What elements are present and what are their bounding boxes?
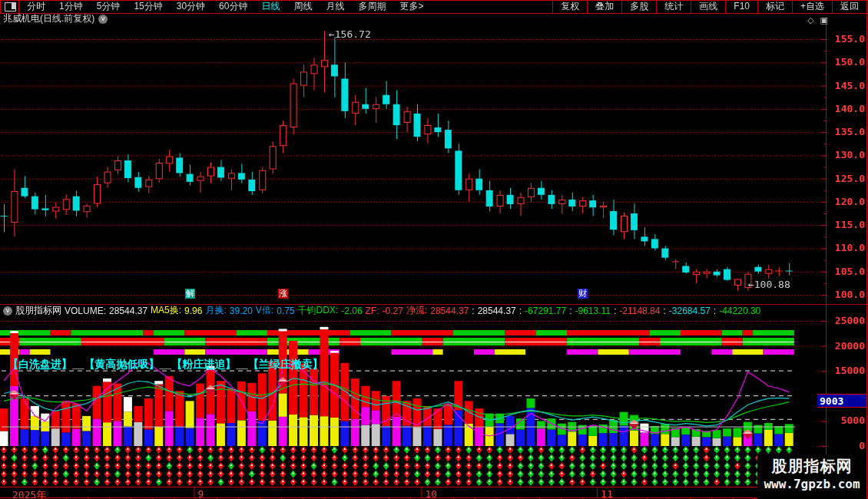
indicator-value-10: -9613.11 (575, 306, 610, 316)
price-axis-label: 135.0 (828, 127, 865, 137)
indicator-value-9: -67291.77 (525, 306, 566, 316)
signal-label-3: 【兰绿庄撤卖】 (248, 358, 323, 370)
action-toolbar: 复权叠加多股统计画线F10标记+自选返回 (552, 0, 866, 13)
indicator-value-row: v 股朋指标网VOLUME:28544.37MA5换:9.96月换:39.20V… (2, 305, 764, 316)
signal-labels: 【白洗盘进】__【黄高抛低吸】__【粉庄进追】__【兰绿庄撤卖】 (8, 358, 323, 372)
window-split-icon[interactable] (5, 2, 16, 12)
tab-period-5分钟[interactable]: 5分钟 (90, 0, 128, 13)
indicator-label-3: 月换: (205, 304, 226, 317)
price-axis-label: 140.0 (828, 104, 865, 114)
signal-label-separator: __ (236, 358, 248, 370)
signal-label-1: 【黄高抛低吸】 (84, 358, 160, 370)
toolbar-button-叠加[interactable]: 叠加 (587, 0, 621, 13)
indicator-value-5: -2.06 (341, 306, 362, 316)
current-volume-value-badge: 9003 (817, 394, 866, 408)
watermark-url: www.7gpzb.com (757, 477, 866, 491)
event-marker-涨[interactable]: 涨 (278, 289, 288, 299)
toolbar-button-复权[interactable]: 复权 (552, 0, 587, 13)
low-price-annotation: ←100.88 (748, 279, 790, 290)
diamond-icon[interactable]: ◇ (807, 15, 813, 25)
volume-axis-label: 5000 (828, 415, 865, 426)
stock-app-window: 分时1分钟5分钟15分钟30分钟60分钟日线周线月线多周期更多> 复权叠加多股统… (0, 0, 868, 499)
signal-label-2: 【粉庄进追】 (171, 358, 236, 370)
indicator-label-4: V倍: (256, 304, 273, 317)
signal-label-separator: __ (160, 358, 172, 370)
volume-axis-label: 0 (828, 441, 865, 451)
date-axis-label: 9 (198, 488, 204, 499)
watermark-site-name: 股朋指标网 (757, 456, 866, 477)
tab-period-日线[interactable]: 日线 (254, 0, 287, 13)
price-axis-label: 150.0 (828, 57, 865, 68)
chart-canvas[interactable] (0, 0, 868, 499)
tab-period-15分钟[interactable]: 15分钟 (127, 0, 169, 13)
toolbar-button-F10[interactable]: F10 (725, 0, 757, 13)
price-axis-label: 115.0 (828, 220, 865, 230)
price-axis-label: 155.0 (828, 34, 865, 45)
toolbar-button-画线[interactable]: 画线 (691, 0, 725, 13)
toolbar-button-返回[interactable]: 返回 (832, 0, 866, 13)
indicator-label-2: MA5换: (151, 304, 181, 317)
window-icon[interactable]: ▣ (820, 15, 828, 25)
indicator-value-7: 28544.37 (430, 306, 469, 316)
tab-period-30分钟[interactable]: 30分钟 (170, 0, 212, 13)
period-toolbar: 分时1分钟5分钟15分钟30分钟60分钟日线周线月线多周期更多> (0, 0, 430, 13)
indicator-label-5: 千钧DDX: (298, 304, 339, 317)
toolbar-button-统计[interactable]: 统计 (656, 0, 691, 13)
indicator-value-12: -32684.57 (669, 306, 711, 316)
signal-label-separator: __ (72, 358, 84, 370)
indicator-value-8: 28544.37 (478, 306, 516, 316)
price-axis-label: 145.0 (828, 81, 865, 91)
volume-axis-label: 20000 (828, 341, 865, 352)
page-title: 兆威机电(日线.前复权) (3, 12, 94, 25)
tab-period-多周期[interactable]: 多周期 (351, 0, 393, 13)
indicator-label-1: VOLUME: (65, 306, 106, 316)
indicator-label-9: : (519, 306, 522, 316)
tab-period-分时[interactable]: 分时 (20, 0, 52, 13)
indicator-value-11: -21148.84 (619, 306, 660, 316)
volume-axis-label: 25000 (828, 316, 865, 326)
volume-axis-label: 15000 (828, 365, 865, 376)
tab-period-更多>[interactable]: 更多> (393, 0, 430, 13)
date-axis-label: 10 (425, 488, 437, 499)
date-axis-label: 2025年 (12, 488, 46, 499)
indicator-value-3: 39.20 (230, 306, 253, 316)
tab-period-周线[interactable]: 周线 (287, 0, 319, 13)
high-price-annotation: ←156.72 (329, 28, 371, 40)
indicator-label-10: : (569, 306, 571, 316)
indicator-value-13: -44220.30 (719, 306, 760, 316)
signal-label-0: 【白洗盘进】 (8, 358, 72, 370)
indicator-label-12: : (663, 306, 665, 316)
chevron-down-circle-icon[interactable]: v (98, 15, 108, 24)
chevron-down-circle-icon[interactable]: v (3, 306, 12, 316)
indicator-label-8: : (472, 306, 474, 316)
indicator-label-7: 净流: (406, 304, 427, 317)
indicator-label-13: : (714, 306, 716, 316)
price-axis-label: 130.0 (828, 150, 865, 160)
titlebar-icons: ◇ ▣ (807, 15, 828, 25)
toolbar-button-多股[interactable]: 多股 (621, 0, 656, 13)
indicator-value-1: 28544.37 (109, 306, 147, 316)
price-axis-label: 125.0 (828, 173, 865, 184)
event-marker-财[interactable]: 财 (578, 289, 588, 299)
date-axis-label: 11 (601, 488, 613, 499)
indicator-value-6: -0.27 (383, 306, 403, 316)
price-axis-label: 120.0 (828, 197, 865, 207)
indicator-value-2: 9.96 (184, 306, 202, 316)
indicator-value-4: 0.75 (277, 306, 294, 316)
titlebar: 兆威机电(日线.前复权) v (3, 14, 108, 24)
tab-period-1分钟[interactable]: 1分钟 (52, 0, 90, 13)
toolbar-button-标记[interactable]: 标记 (757, 0, 792, 13)
indicator-label-11: : (614, 306, 616, 316)
price-axis-label: 105.0 (828, 266, 865, 277)
tab-period-60分钟[interactable]: 60分钟 (212, 0, 254, 13)
toolbar-button-+自选[interactable]: +自选 (792, 0, 832, 13)
indicator-label-6: ZF: (366, 306, 379, 316)
price-axis-label: 100.0 (828, 289, 865, 300)
event-marker-解[interactable]: 解 (185, 289, 195, 299)
watermark: 股朋指标网 www.7gpzb.com (757, 454, 866, 498)
indicator-label-0: 股朋指标网 (15, 304, 61, 317)
price-axis-label: 110.0 (828, 243, 865, 253)
tab-period-月线[interactable]: 月线 (319, 0, 351, 13)
